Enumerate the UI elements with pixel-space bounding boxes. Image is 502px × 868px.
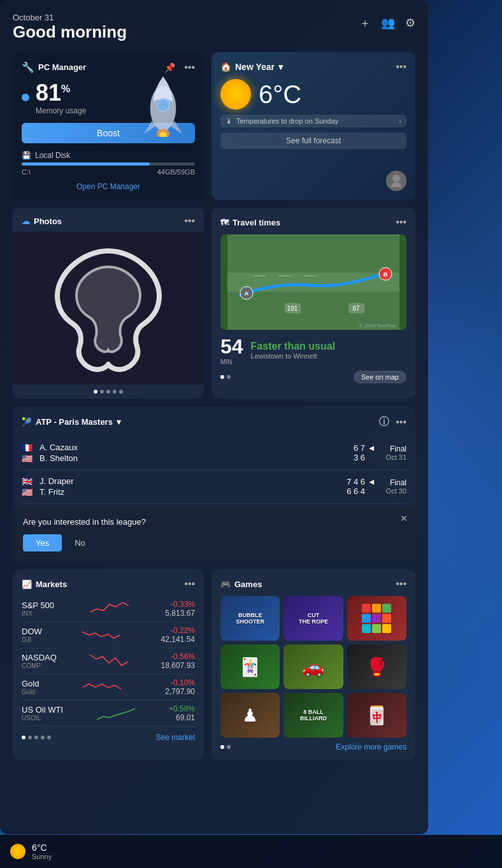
weather-forecast-button[interactable]: See full forecast	[220, 132, 406, 149]
market-change-gold: -0.10%	[165, 678, 195, 687]
markets-header: 📈 Markets •••	[22, 578, 195, 590]
game-item-cut-rope[interactable]: CUTTHE ROPE	[283, 596, 343, 641]
people-icon[interactable]: 👥	[381, 16, 395, 30]
team-name-shelton: B. Shelton	[39, 453, 78, 463]
market-ticker-dow: DJI	[22, 636, 42, 643]
memory-dot	[22, 94, 29, 101]
sports-icon: 🎾	[22, 417, 32, 427]
game-item-mahjong[interactable]: 🀄	[347, 693, 406, 737]
sports-info-icon[interactable]: ⓘ	[379, 415, 389, 429]
market-row-dow: DOW DJI -0.22% 42,141.54	[22, 622, 195, 648]
photos-menu-icon[interactable]: •••	[184, 215, 195, 227]
pc-manager-widget: 🔧 PC Manager 📌 ••• 81% Memory usage	[13, 52, 204, 200]
taskbar-condition: Sunny	[32, 853, 52, 860]
games-header: 🎮 Games •••	[220, 578, 406, 590]
photos-widget: ☁ Photos •••	[13, 208, 204, 399]
market-row-gold: Gold Gold -0.10% 2,797.90	[22, 674, 195, 701]
match-final-1: Final	[386, 445, 406, 453]
travel-footer: See on map	[220, 371, 406, 383]
see-market-link[interactable]: See market	[156, 733, 195, 742]
weather-main: 6°C	[220, 79, 406, 110]
top-row-grid: 🔧 PC Manager 📌 ••• 81% Memory usage	[13, 52, 415, 200]
sports-menu-icon[interactable]: •••	[396, 416, 406, 428]
pc-manager-header: 🔧 PC Manager 📌 •••	[22, 61, 195, 73]
taskbar-sun-icon	[10, 844, 25, 859]
market-chart-dow	[82, 625, 120, 644]
travel-route: Lewistown to Winnett	[251, 352, 335, 360]
game-item-bubble-shooter[interactable]: BUBBLESHOOTER	[220, 596, 280, 641]
market-ticker-sp500: INX	[22, 610, 54, 617]
see-on-map-button[interactable]: See on map	[354, 371, 406, 383]
market-price-gold: 2,797.90	[165, 687, 195, 696]
match-teams-2: 🇬🇧 J. Draper 🇺🇸 T. Fritz	[22, 475, 347, 498]
match-scores-2: 7 4 6 ◄ 6 6 4	[347, 477, 375, 496]
market-name-nasdaq: NASDAQ	[22, 653, 57, 662]
svg-text:© 2024 TomTom: © 2024 TomTom	[359, 323, 397, 329]
pc-manager-menu-icon[interactable]: •••	[184, 62, 195, 73]
market-chart-nasdaq	[90, 651, 128, 671]
disk-header: 💾 Local Disk	[22, 151, 195, 160]
disk-bar-fill	[22, 162, 150, 166]
market-change-dow: -0.22%	[161, 626, 195, 635]
dialog-no-button[interactable]: No	[68, 534, 92, 551]
second-row: ☁ Photos •••	[13, 208, 415, 399]
travel-time-label: MIN	[220, 359, 243, 366]
home-icon: 🏠	[220, 62, 231, 72]
taskbar: 6°C Sunny	[0, 835, 502, 868]
bottom-widgets: 📈 Markets ••• S&P 500 INX -0.33% 5,813.6…	[13, 569, 415, 760]
match-result-1: Final Oct 31	[386, 445, 406, 461]
disk-icon: 💾	[22, 151, 31, 160]
team-name-draper: J. Draper	[39, 476, 73, 486]
add-widget-icon[interactable]: ＋	[359, 15, 371, 31]
weather-dropdown-icon[interactable]: ▾	[278, 62, 283, 72]
travel-dot-1	[220, 375, 224, 379]
game-item-stickman[interactable]: 🥊	[347, 644, 406, 689]
market-price-nasdaq: 18,607.93	[161, 661, 195, 670]
photos-header: ☁ Photos •••	[13, 208, 204, 232]
match-result-2: Final Oct 30	[386, 478, 406, 495]
dialog-close-icon[interactable]: ✕	[400, 513, 408, 523]
market-row-sp500: S&P 500 INX -0.33% 5,813.67	[22, 596, 195, 622]
dialog-buttons: Yes No	[23, 534, 405, 551]
game-item-billiard[interactable]: 8 BALLBILLIARD	[283, 693, 343, 737]
weather-location: 🏠 New Year ▾	[220, 62, 283, 72]
widget-panel: October 31 Good morning ＋ 👥 ⚙ 🔧 PC Manag…	[0, 0, 428, 834]
market-price-sp500: 5,813.67	[165, 609, 195, 618]
game-label-cut-rope: CUTTHE ROPE	[299, 612, 328, 625]
open-pc-manager-link[interactable]: Open PC Manager	[22, 182, 195, 191]
dot-4	[113, 390, 117, 394]
panel-header: October 31 Good morning ＋ 👥 ⚙	[13, 13, 415, 42]
markets-menu-icon[interactable]: •••	[184, 578, 195, 590]
markets-dots	[22, 736, 51, 739]
match-scores-1: 6 7 ◄ 3 6	[354, 443, 376, 462]
sports-dropdown-icon[interactable]: ▾	[117, 417, 121, 427]
market-chart-sp500	[90, 599, 129, 618]
sports-title: 🎾 ATP - Paris Masters ▾	[22, 417, 121, 427]
travel-menu-icon[interactable]: •••	[396, 217, 406, 228]
svg-point-1	[157, 99, 169, 111]
taskbar-weather-info: 6°C Sunny	[32, 843, 52, 860]
game-item-chess[interactable]: ♟	[220, 693, 280, 737]
markets-footer: See market	[22, 733, 195, 742]
taskbar-temp: 6°C	[32, 843, 52, 853]
market-row-oil: US Oil WTI USOIL +0.58% 69.01	[22, 701, 195, 727]
memory-label: Memory usage	[36, 106, 86, 115]
dialog-yes-button[interactable]: Yes	[23, 534, 62, 551]
game-item-cards[interactable]: 🃏	[220, 644, 280, 689]
games-menu-icon[interactable]: •••	[396, 578, 406, 590]
pin-icon[interactable]: 📌	[164, 62, 175, 73]
sun-icon	[220, 79, 251, 110]
dot-5	[119, 390, 123, 394]
match-row-2: 🇬🇧 J. Draper 🇺🇸 T. Fritz 7 4 6 ◄ 6 6 4	[22, 470, 406, 504]
game-item-racing[interactable]: 🚗	[283, 644, 343, 689]
weather-menu-icon[interactable]: •••	[396, 61, 406, 73]
disk-info: C:\ 44GB/59GB	[22, 168, 195, 176]
market-change-nasdaq: -0.56%	[161, 652, 195, 661]
explore-games-link[interactable]: Explore more games	[336, 743, 406, 751]
settings-icon[interactable]: ⚙	[405, 16, 415, 30]
weather-user-avatar	[386, 171, 406, 191]
game-item-tetris[interactable]	[347, 596, 406, 641]
pc-manager-icon: 🔧	[22, 61, 34, 73]
game-label-bubble-shooter: BUBBLESHOOTER	[236, 612, 264, 625]
pc-manager-title: 🔧 PC Manager	[22, 61, 86, 73]
